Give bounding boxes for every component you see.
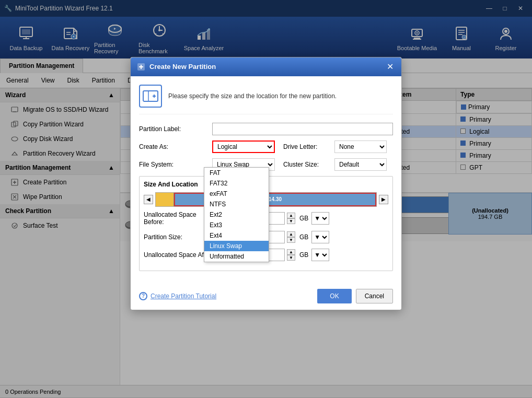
vis-yellow-seg xyxy=(156,193,174,206)
dialog-icon-box xyxy=(139,85,162,108)
fs-option-linux-swap[interactable]: Linux Swap xyxy=(204,241,269,251)
cluster-size-label: Cluster Size: xyxy=(283,161,330,168)
file-system-dropdown[interactable]: FAT FAT32 exFAT NTFS Ext2 Ext3 Ext4 Linu… xyxy=(204,167,269,262)
spin-up[interactable]: ▲ xyxy=(287,213,295,218)
spin-down[interactable]: ▼ xyxy=(287,237,295,243)
dialog-body: Please specify the size and the location… xyxy=(131,76,401,285)
dialog-footer: ? Create Partition Tutorial OK Cancel xyxy=(131,285,401,310)
drive-letter-label: Drive Letter: xyxy=(283,143,330,150)
vis-arrow-right[interactable]: ▶ xyxy=(379,195,388,204)
create-as-row: Create As: Logical Primary Drive Letter:… xyxy=(139,141,393,153)
spin-up[interactable]: ▲ xyxy=(287,249,295,255)
dialog-action-buttons: OK Cancel xyxy=(317,289,393,303)
vis-label: 14.30 xyxy=(269,196,282,202)
unallocated-before-unit-select[interactable]: ▼ xyxy=(311,212,329,225)
dialog-title-icon xyxy=(137,63,145,71)
fs-option-fat32[interactable]: FAT32 xyxy=(204,178,269,189)
partition-label-label: Partition Label: xyxy=(139,125,212,133)
spin-up[interactable]: ▲ xyxy=(287,231,295,237)
partition-size-spinner[interactable]: ▲ ▼ xyxy=(287,231,295,243)
dialog-ok-button[interactable]: OK xyxy=(317,289,351,303)
dialog-titlebar: Create New Partition ✕ xyxy=(131,57,401,76)
new-partition-icon xyxy=(142,88,159,104)
partition-label-row: Partition Label: xyxy=(139,123,393,135)
spin-down[interactable]: ▼ xyxy=(287,255,295,261)
fs-option-fat[interactable]: FAT xyxy=(204,168,269,178)
dialog-header: Please specify the size and the location… xyxy=(139,85,393,114)
create-as-label: Create As: xyxy=(139,143,212,150)
fs-option-ext2[interactable]: Ext2 xyxy=(204,209,269,220)
fs-option-exfat[interactable]: exFAT xyxy=(204,189,269,199)
create-as-select[interactable]: Logical Primary xyxy=(212,141,275,153)
partition-size-unit: GB xyxy=(299,233,308,241)
dialog-title: Create New Partition xyxy=(149,63,216,71)
dialog-close-button[interactable]: ✕ xyxy=(385,62,395,72)
dialog-overlay: Create New Partition ✕ Please specify th… xyxy=(0,0,532,398)
tutorial-link-text: Create Partition Tutorial xyxy=(151,292,216,300)
vis-arrow-left[interactable]: ◀ xyxy=(144,195,153,204)
unallocated-after-unit: GB xyxy=(299,251,308,259)
partition-size-unit-select[interactable]: ▼ xyxy=(311,231,329,243)
unallocated-before-spinner[interactable]: ▲ ▼ xyxy=(287,213,295,224)
unallocated-after-unit-select[interactable]: ▼ xyxy=(311,249,329,261)
partition-label-input[interactable] xyxy=(212,123,393,135)
fs-option-unformatted[interactable]: Unformatted xyxy=(204,251,269,262)
drive-letter-select[interactable]: None A B xyxy=(334,141,387,153)
cluster-size-select[interactable]: Default 512 1024 xyxy=(334,158,387,171)
fs-option-ntfs[interactable]: NTFS xyxy=(204,199,269,209)
spin-down[interactable]: ▼ xyxy=(287,218,295,224)
file-system-label: File System: xyxy=(139,161,212,168)
dialog-description: Please specify the size and the location… xyxy=(168,92,337,100)
unallocated-after-spinner[interactable]: ▲ ▼ xyxy=(287,249,295,261)
fs-option-ext4[interactable]: Ext4 xyxy=(204,230,269,241)
create-partition-dialog: Create New Partition ✕ Please specify th… xyxy=(130,57,402,310)
tutorial-link[interactable]: ? Create Partition Tutorial xyxy=(139,292,216,300)
help-icon: ? xyxy=(139,292,147,300)
fs-option-ext3[interactable]: Ext3 xyxy=(204,220,269,230)
unallocated-before-unit: GB xyxy=(299,215,308,222)
dialog-cancel-button[interactable]: Cancel xyxy=(356,289,393,303)
